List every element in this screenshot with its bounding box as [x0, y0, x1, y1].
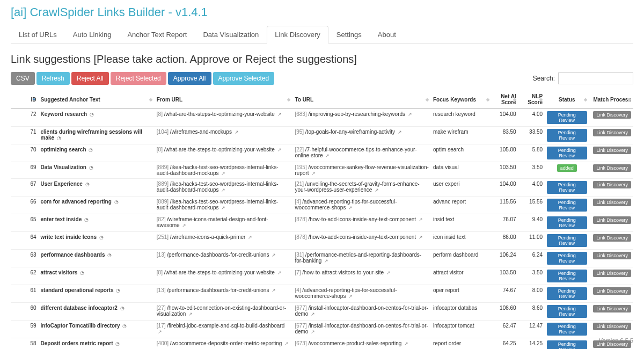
table-row[interactable]: 72Keyword research ◔[8] /what-are-the-st…: [11, 109, 633, 127]
open-link-icon[interactable]: ↗: [188, 311, 193, 317]
th-to[interactable]: To URL◆: [292, 90, 431, 109]
to-link[interactable]: /how-to-add-icons-inside-any-text-compon…: [308, 216, 416, 222]
table-row[interactable]: 58Deposit orders metric report ◔[400] /w…: [11, 338, 633, 350]
from-link[interactable]: /what-are-the-steps-to-optimizing-your-w…: [164, 270, 275, 275]
table-row[interactable]: 61standard operational reports ◔[13] /pe…: [11, 285, 633, 303]
to-link[interactable]: /improving-seo-by-researching-keywords: [308, 111, 405, 117]
open-link-icon[interactable]: ↗: [277, 147, 282, 152]
open-link-icon[interactable]: ↗: [277, 270, 282, 275]
table-row[interactable]: 62attract visitors ◔[8] /what-are-the-st…: [11, 267, 633, 285]
to-link[interactable]: /unveiling-the-secrets-of-gravity-forms-…: [295, 181, 419, 193]
open-link-icon[interactable]: ↗: [182, 223, 186, 228]
from-link[interactable]: /wireframe-icons-material-design-and-fon…: [157, 216, 268, 228]
open-link-icon[interactable]: ↗: [221, 205, 225, 210]
to-link[interactable]: /top-goals-for-any-wireframing-activity: [305, 129, 395, 135]
status-badge[interactable]: Pending Review: [547, 234, 587, 247]
open-link-icon[interactable]: ↗: [348, 205, 353, 210]
info-icon[interactable]: ◔: [85, 181, 90, 187]
table-row[interactable]: 65enter text inside ◔[82] /wireframe-ico…: [11, 214, 633, 232]
from-link[interactable]: /firebird-jdbc-example-and-sql-to-build-…: [167, 323, 284, 329]
table-row[interactable]: 64write text inside Icons ◔[251] /wirefr…: [11, 232, 633, 250]
info-icon[interactable]: ◔: [99, 235, 104, 240]
info-icon[interactable]: ◔: [89, 147, 93, 152]
from-link[interactable]: /what-are-the-steps-to-optimizing-your-w…: [164, 111, 275, 117]
open-link-icon[interactable]: ↗: [248, 235, 252, 240]
th-match[interactable]: Match Process◆: [589, 90, 633, 109]
status-badge[interactable]: Pending Review: [547, 216, 587, 229]
open-link-icon[interactable]: ↗: [235, 129, 239, 135]
from-link[interactable]: /ikea-hacks-test-seo-wordpress-internal-…: [157, 164, 279, 176]
table-row[interactable]: 71clients during wireframing sessions wi…: [11, 127, 633, 144]
table-row[interactable]: 60different database infocaptor2 ◔[27] /…: [11, 303, 633, 321]
tab-anchor-text-report[interactable]: Anchor Text Report: [119, 26, 195, 43]
status-badge[interactable]: Pending Review: [547, 305, 587, 318]
open-link-icon[interactable]: ↗: [272, 288, 276, 293]
th-status[interactable]: Status◆: [545, 90, 589, 109]
table-row[interactable]: 67User Experience ◔[889] /ikea-hacks-tes…: [11, 179, 633, 197]
reject-all-button[interactable]: Reject All: [71, 72, 109, 85]
to-link[interactable]: /how-to-add-icons-inside-any-text-compon…: [308, 234, 416, 240]
status-badge[interactable]: Pending Review: [547, 111, 587, 124]
to-link[interactable]: /advanced-reporting-tips-for-successful-…: [295, 199, 397, 210]
open-link-icon[interactable]: ↗: [221, 187, 225, 193]
info-icon[interactable]: ◔: [107, 252, 112, 258]
th-id[interactable]: ID▼: [11, 90, 39, 109]
status-badge[interactable]: Pending Review: [547, 252, 587, 265]
table-row[interactable]: 69Data Visualization ◔[889] /ikea-hacks-…: [11, 162, 633, 179]
info-icon[interactable]: ◔: [84, 217, 89, 222]
from-link[interactable]: /woocommerce-deposits-order-metric-repor…: [170, 340, 282, 346]
csv-button[interactable]: CSV: [11, 72, 35, 85]
open-link-icon[interactable]: ↗: [324, 258, 328, 264]
info-icon[interactable]: ◔: [122, 323, 127, 329]
info-icon[interactable]: ◔: [120, 306, 125, 311]
open-link-icon[interactable]: ↗: [419, 235, 423, 240]
open-link-icon[interactable]: ↗: [311, 329, 315, 335]
status-badge[interactable]: Pending Review: [547, 287, 587, 300]
status-badge[interactable]: added: [557, 164, 577, 172]
status-badge[interactable]: Pending Review: [547, 129, 587, 142]
reject-selected-button[interactable]: Reject Selected: [111, 72, 166, 85]
from-link[interactable]: /what-are-the-steps-to-optimizing-your-w…: [164, 147, 275, 152]
tab-link-discovery[interactable]: Link Discovery: [267, 26, 328, 43]
from-link[interactable]: /ikea-hacks-test-seo-wordpress-internal-…: [157, 181, 279, 193]
status-badge[interactable]: Pending Review: [547, 147, 587, 159]
from-link[interactable]: /ikea-hacks-test-seo-wordpress-internal-…: [157, 199, 279, 210]
status-badge[interactable]: Pending Review: [547, 270, 587, 282]
to-link[interactable]: /7-helpful-woocommerce-tips-to-enhance-y…: [295, 147, 416, 158]
table-row[interactable]: 70optimizing search ◔[8] /what-are-the-s…: [11, 144, 633, 162]
open-link-icon[interactable]: ↗: [221, 171, 225, 176]
to-link[interactable]: /how-to-attract-visitors-to-your-site: [302, 270, 384, 275]
open-link-icon[interactable]: ↗: [284, 341, 289, 346]
from-link[interactable]: /performance-dashboards-for-credit-union…: [167, 287, 269, 293]
tab-data-visualization[interactable]: Data Visualization: [195, 26, 267, 43]
status-badge[interactable]: Pending Review: [547, 323, 587, 336]
th-nlp[interactable]: NLP Score◆: [518, 90, 545, 109]
table-row[interactable]: 59infoCaptor Tomcat/lib directory ◔[17] …: [11, 321, 633, 338]
status-badge[interactable]: Pending Review: [547, 181, 587, 194]
approve-selected-button[interactable]: Approve Selected: [213, 72, 275, 85]
info-icon[interactable]: ◔: [115, 341, 120, 346]
th-anchor[interactable]: Suggested Anchor Text◆: [39, 90, 155, 109]
to-link[interactable]: /advanced-reporting-tips-for-successful-…: [295, 287, 397, 299]
info-icon[interactable]: ◔: [114, 199, 119, 205]
status-badge[interactable]: Pending Review: [547, 199, 587, 212]
table-row[interactable]: 63performance dashboards ◔[13] /performa…: [11, 250, 633, 267]
info-icon[interactable]: ◔: [57, 135, 61, 141]
open-link-icon[interactable]: ↗: [408, 112, 412, 117]
tab-about[interactable]: About: [370, 26, 404, 43]
from-link[interactable]: /wireframe-icons-a-quick-primer: [170, 234, 246, 240]
approve-all-button[interactable]: Approve All: [168, 72, 211, 85]
tab-list-of-urls[interactable]: List of URLs: [11, 26, 65, 43]
th-kw[interactable]: Focus Keywords◆: [431, 90, 492, 109]
from-link[interactable]: /performance-dashboards-for-credit-union…: [167, 252, 269, 258]
search-input[interactable]: [558, 72, 633, 84]
th-from[interactable]: From URL◆: [155, 90, 293, 109]
tab-auto-linking[interactable]: Auto Linking: [65, 26, 120, 43]
from-link[interactable]: /wireframes-and-mockups: [170, 129, 232, 135]
open-link-icon[interactable]: ↗: [277, 112, 282, 117]
info-icon[interactable]: ◔: [80, 270, 84, 275]
open-link-icon[interactable]: ↗: [386, 270, 391, 275]
from-link[interactable]: /how-to-edit-connection-on-existing-dash…: [157, 305, 286, 317]
open-link-icon[interactable]: ↗: [311, 171, 316, 176]
open-link-icon[interactable]: ↗: [272, 252, 276, 258]
